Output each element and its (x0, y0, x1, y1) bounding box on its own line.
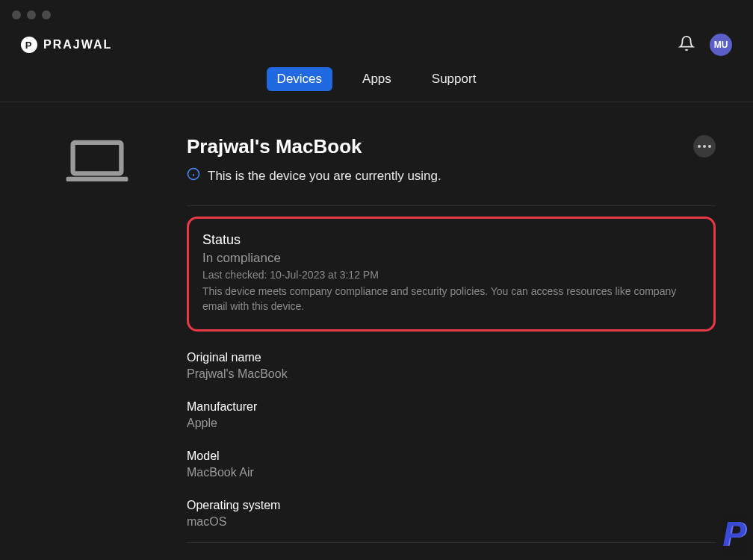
tab-apps[interactable]: Apps (352, 67, 402, 91)
traffic-light-zoom[interactable] (42, 10, 51, 19)
notifications-icon[interactable] (678, 35, 695, 55)
field-value: Prajwal's MacBook (187, 367, 716, 381)
brand-name: PRAJWAL (43, 38, 112, 52)
svg-rect-1 (66, 177, 128, 181)
status-label: Status (202, 232, 700, 248)
divider (187, 205, 716, 206)
current-device-note-text: This is the device you are currently usi… (208, 169, 441, 184)
field-original-name: Original name Prajwal's MacBook (187, 351, 716, 381)
info-icon (187, 167, 200, 184)
window-traffic-lights (12, 10, 51, 19)
current-device-note: This is the device you are currently usi… (187, 167, 716, 184)
status-section-highlighted: Status In compliance Last checked: 10-Ju… (187, 217, 716, 332)
user-avatar[interactable]: MU (710, 34, 732, 56)
app-window: P PRAJWAL MU Devices Apps Support Prajwa… (0, 0, 753, 560)
header-actions: MU (678, 34, 732, 56)
app-header: P PRAJWAL MU (0, 0, 753, 60)
device-type-column (30, 135, 164, 543)
traffic-light-minimize[interactable] (27, 10, 36, 19)
traffic-light-close[interactable] (12, 10, 21, 19)
field-label: Original name (187, 351, 716, 364)
field-value: MacBook Air (187, 466, 716, 479)
field-value: macOS (187, 515, 716, 529)
title-row: Prajwal's MacBook (187, 135, 716, 158)
main-tabs: Devices Apps Support (0, 60, 753, 102)
tab-devices[interactable]: Devices (267, 67, 332, 91)
tab-support[interactable]: Support (421, 67, 487, 91)
brand-logo-icon: P (21, 37, 37, 53)
watermark-logo: P (722, 514, 746, 554)
brand: P PRAJWAL (21, 37, 112, 53)
field-label: Operating system (187, 499, 716, 512)
svg-rect-0 (73, 143, 122, 173)
more-actions-button[interactable] (693, 135, 716, 158)
field-label: Manufacturer (187, 400, 716, 414)
device-title: Prajwal's MacBook (187, 135, 362, 158)
dots-icon (708, 145, 711, 148)
field-model: Model MacBook Air (187, 449, 716, 479)
divider (187, 542, 716, 543)
field-manufacturer: Manufacturer Apple (187, 400, 716, 430)
status-value: In compliance (202, 251, 700, 266)
device-details: Prajwal's MacBook This is the device you… (187, 135, 723, 543)
field-operating-system: Operating system macOS (187, 499, 716, 529)
content-area: Prajwal's MacBook This is the device you… (0, 102, 753, 543)
status-description: This device meets company compliance and… (202, 284, 700, 314)
field-value: Apple (187, 417, 716, 430)
field-label: Model (187, 449, 716, 463)
laptop-icon (63, 140, 131, 543)
dots-icon (698, 145, 701, 148)
dots-icon (703, 145, 706, 148)
status-last-checked: Last checked: 10-Jul-2023 at 3:12 PM (202, 269, 700, 281)
